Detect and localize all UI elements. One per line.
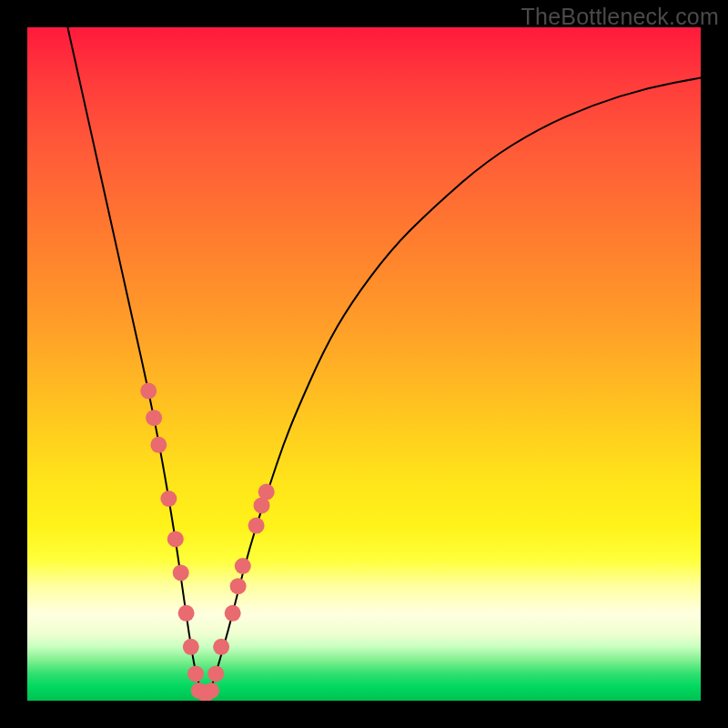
marker-dot [203, 682, 219, 699]
marker-dot [173, 564, 189, 581]
marker-dot [150, 437, 167, 453]
marker-dot [140, 383, 157, 399]
marker-dot [230, 578, 247, 594]
marker-dot [235, 558, 251, 574]
marker-dot [160, 490, 177, 507]
marker-dot [146, 410, 162, 426]
marker-dot [213, 639, 229, 655]
bottleneck-chart [27, 27, 701, 701]
marker-dot [225, 605, 241, 622]
bottleneck-curve-line [67, 27, 701, 694]
marker-dot [167, 531, 184, 547]
highlighted-points-group [140, 383, 275, 701]
marker-dot [207, 665, 224, 682]
marker-dot [248, 518, 265, 534]
marker-dot [258, 484, 275, 500]
watermark-text: TheBottleneck.com [521, 4, 719, 30]
marker-dot [183, 639, 199, 655]
marker-dot [178, 605, 195, 622]
marker-dot [187, 665, 204, 682]
